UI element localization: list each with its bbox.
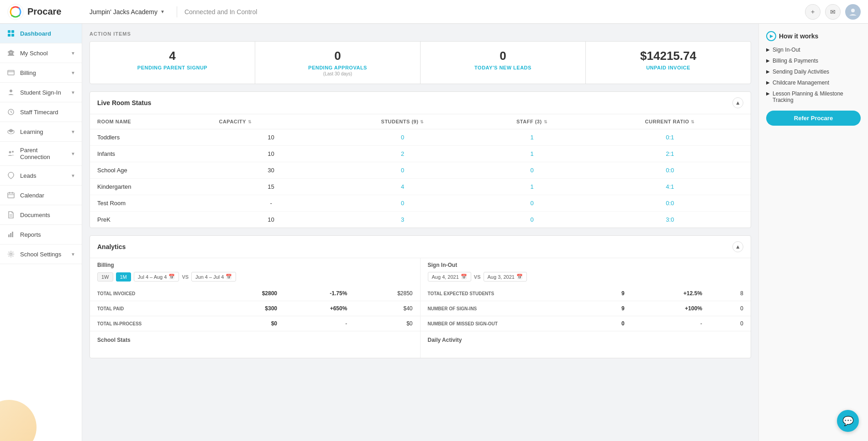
sign-in-out-controls: Aug 4, 2021 📅 VS Aug 3, 2021 📅 [421, 272, 751, 286]
action-item-pending-parent[interactable]: 4 PENDING PARENT SIGNUP [90, 42, 255, 84]
room-capacity: 10 [211, 212, 330, 228]
settings-icon [6, 250, 16, 259]
school-selector[interactable]: Jumpin' Jacks Academy ▼ [85, 6, 169, 17]
arrow-icon: ▶ [766, 80, 770, 85]
action-item-new-leads[interactable]: 0 TODAY'S NEW LEADS [421, 42, 586, 84]
room-name: Infants [90, 146, 211, 162]
calendar-icon: 📅 [168, 274, 175, 280]
app-body: Dashboard My School ▼ Billing ▼ Student … [0, 24, 868, 441]
col-staff[interactable]: STAFF (3)⇅ [475, 114, 589, 129]
svg-rect-5 [11, 34, 14, 37]
sidebar-item-staff-timecard[interactable]: Staff Timecard [0, 102, 82, 122]
sidebar-item-label: School Settings [20, 251, 61, 258]
sidebar-item-dashboard[interactable]: Dashboard [0, 24, 82, 43]
sidebar-item-parent-connection[interactable]: Parent Connection ▼ [0, 142, 82, 166]
sidebar-item-learning[interactable]: Learning ▼ [0, 122, 82, 142]
nav-divider [177, 6, 177, 17]
sidebar-item-label: Dashboard [20, 30, 51, 37]
action-item-unpaid-invoice[interactable]: $14215.74 UNPAID INVOICE [586, 42, 751, 84]
billing-date-range-1[interactable]: Jul 4 – Aug 4 📅 [134, 272, 179, 282]
analytics-header: Analytics ▲ [90, 236, 751, 258]
pending-approvals-sublabel: (Last 30 days) [264, 71, 411, 76]
svg-rect-2 [8, 30, 11, 33]
period-1w-button[interactable]: 1W [97, 272, 113, 282]
main-content: ACTION ITEMS 4 PENDING PARENT SIGNUP 0 P… [82, 24, 758, 441]
sidebar-item-reports[interactable]: Reports [0, 225, 82, 244]
how-it-works-items: ▶Sign In-Out▶Billing & Payments▶Sending … [766, 47, 861, 103]
analytics-value2: $0 [354, 316, 420, 331]
analytics-change: +650% [284, 301, 354, 316]
svg-point-17 [12, 151, 14, 153]
col-students[interactable]: STUDENTS (9)⇅ [331, 114, 475, 129]
how-it-works-item[interactable]: ▶Lesson Planning & Milestone Tracking [766, 90, 861, 103]
billing-vs-label: VS [182, 274, 189, 280]
right-panel: ▶ How it works ▶Sign In-Out▶Billing & Pa… [758, 24, 868, 441]
sidebar-item-billing[interactable]: Billing ▼ [0, 63, 82, 83]
room-name: Toddlers [90, 129, 211, 146]
room-students: 0 [331, 162, 475, 179]
room-students: 2 [331, 146, 475, 162]
analytics-label: TOTAL EXPECTED STUDENTS [421, 286, 591, 301]
analytics-card: Analytics ▲ Billing 1W 1M Jul 4 – Aug 4 … [89, 235, 751, 358]
svg-point-12 [10, 90, 12, 92]
messages-button[interactable]: ✉ [825, 4, 841, 20]
pending-parent-label: PENDING PARENT SIGNUP [137, 65, 207, 70]
how-it-works-header: ▶ How it works [766, 31, 861, 41]
chat-button[interactable]: 💬 [837, 410, 859, 432]
sidebar-item-school-settings[interactable]: School Settings ▼ [0, 244, 82, 264]
billing-subtitle: Billing [90, 258, 420, 268]
billing-icon [6, 68, 16, 77]
live-room-status-card: Live Room Status ▲ ROOM NAME CAPACITY⇅ S… [89, 91, 751, 228]
user-avatar[interactable] [845, 4, 861, 20]
how-it-works-item-label: Sign In-Out [773, 47, 800, 53]
analytics-change: - [284, 316, 354, 331]
calendar-icon: 📅 [461, 274, 467, 280]
svg-rect-18 [8, 193, 14, 198]
unpaid-invoice-amount: $14215.74 [595, 49, 742, 63]
sign-in-date-1[interactable]: Aug 4, 2021 📅 [428, 272, 471, 282]
sign-in-date-2[interactable]: Aug 3, 2021 📅 [484, 272, 527, 282]
period-1m-button[interactable]: 1M [116, 272, 131, 282]
col-capacity[interactable]: CAPACITY⇅ [211, 114, 330, 129]
sidebar-item-calendar[interactable]: Calendar [0, 186, 82, 205]
analytics-value1: $0 [219, 316, 284, 331]
logo-text: Procare [27, 6, 62, 17]
svg-rect-10 [8, 70, 14, 75]
new-leads-label: TODAY'S NEW LEADS [474, 65, 531, 70]
sign-in-vs-label: VS [474, 274, 481, 280]
analytics-value2: 8 [710, 286, 751, 301]
room-ratio: 0:0 [589, 162, 751, 179]
sidebar-item-documents[interactable]: Documents [0, 205, 82, 225]
billing-date-range-2[interactable]: Jun 4 – Jul 4 📅 [191, 272, 236, 282]
table-row: Kindergarten 15 4 1 4:1 [90, 179, 751, 195]
analytics-value1: 9 [590, 301, 631, 316]
room-staff: 0 [475, 195, 589, 212]
svg-rect-9 [8, 55, 14, 56]
how-it-works-item[interactable]: ▶Childcare Management [766, 80, 861, 86]
how-it-works-item[interactable]: ▶Billing & Payments [766, 58, 861, 64]
sidebar-item-student-sign-in[interactable]: Student Sign-In ▼ [0, 83, 82, 102]
refer-procare-button[interactable]: Refer Procare [766, 111, 861, 126]
sidebar-item-label: My School [20, 50, 48, 57]
live-room-collapse-button[interactable]: ▲ [732, 97, 743, 108]
arrow-icon: ▶ [766, 91, 770, 96]
school-icon [6, 48, 16, 58]
add-button[interactable]: ＋ [805, 4, 821, 20]
how-it-works-item[interactable]: ▶Sign In-Out [766, 47, 861, 53]
room-students: 4 [331, 179, 475, 195]
table-row: School Age 30 0 0 0:0 [90, 162, 751, 179]
avatar-icon [848, 7, 857, 16]
room-staff: 1 [475, 129, 589, 146]
how-it-works-item[interactable]: ▶Sending Daily Activities [766, 69, 861, 75]
action-item-pending-approvals[interactable]: 0 PENDING APPROVALS (Last 30 days) [255, 42, 421, 84]
svg-line-15 [11, 112, 12, 113]
sign-in-out-analytics: Sign In-Out Aug 4, 2021 📅 VS Aug 3, 2021… [421, 258, 751, 331]
pending-approvals-count: 0 [264, 49, 411, 63]
arrow-icon: ▶ [766, 69, 770, 74]
col-ratio[interactable]: CURRENT RATIO⇅ [589, 114, 751, 129]
sidebar-item-my-school[interactable]: My School ▼ [0, 43, 82, 63]
analytics-collapse-button[interactable]: ▲ [732, 241, 743, 252]
sidebar-item-leads[interactable]: Leads ▼ [0, 166, 82, 186]
room-staff: 1 [475, 179, 589, 195]
room-students: 0 [331, 195, 475, 212]
